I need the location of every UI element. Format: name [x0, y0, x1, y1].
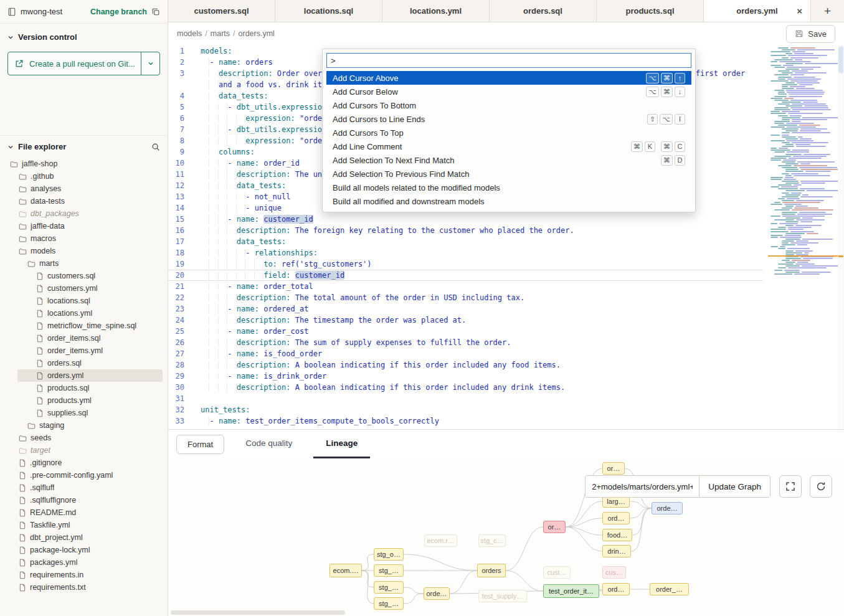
code-line-16[interactable]: 16 description: The foreign key relating…	[168, 225, 763, 236]
lineage-node-cus-[interactable]: cus…	[602, 566, 626, 579]
update-graph-button[interactable]: Update Graph	[699, 476, 770, 497]
tree-item-.sqlfluffignore[interactable]: .sqlfluffignore	[0, 494, 168, 506]
lineage-hscrollbar[interactable]	[171, 610, 345, 615]
tree-item-dbt_packages[interactable]: dbt_packages	[0, 207, 168, 220]
code-line-19[interactable]: 19 to: ref('stg_customers')	[168, 258, 763, 270]
lineage-filter-input[interactable]	[586, 476, 699, 497]
refresh-button[interactable]	[810, 475, 832, 498]
lineage-node-orde-[interactable]: orde…	[652, 502, 683, 514]
tree-item-requirements.txt[interactable]: requirements.txt	[0, 581, 168, 594]
palette-item[interactable]: Build all modified and downstream models	[326, 194, 691, 208]
tree-item-customers.yml[interactable]: customers.yml	[0, 282, 168, 295]
tree-item-.gitignore[interactable]: .gitignore	[0, 457, 168, 469]
code-line-21[interactable]: 21 - name: order_total	[168, 281, 763, 292]
code-line-20[interactable]: 20 field: customer_id	[168, 270, 763, 281]
tree-item-orders.yml[interactable]: orders.yml	[17, 369, 163, 382]
search-icon[interactable]	[151, 143, 160, 151]
command-palette-input[interactable]	[326, 53, 691, 68]
tree-item-.pre-commit-config.yaml[interactable]: .pre-commit-config.yaml	[0, 469, 168, 481]
tree-item-seeds[interactable]: seeds	[0, 432, 168, 444]
lineage-node-or-[interactable]: or…	[602, 462, 625, 475]
tree-item-customers.sql[interactable]: customers.sql	[0, 270, 168, 282]
tree-item-products.yml[interactable]: products.yml	[0, 394, 168, 407]
tree-item-supplies.sql[interactable]: supplies.sql	[0, 407, 168, 419]
tree-item-locations.yml[interactable]: locations.yml	[0, 307, 168, 320]
code-line-28[interactable]: 28 description: A boolean indicating if …	[168, 359, 763, 371]
tab-locations.sql[interactable]: locations.sql	[275, 0, 382, 22]
tree-item-.github[interactable]: .github	[0, 170, 168, 182]
code-line-29[interactable]: 29 - name: is_drink_order	[168, 371, 763, 382]
lineage-node-order-[interactable]: order_…	[650, 583, 689, 595]
format-button[interactable]: Format	[176, 435, 224, 454]
version-control-header[interactable]: Version control	[7, 29, 160, 45]
tree-item-jaffle-shop[interactable]: jaffle-shop	[0, 158, 168, 170]
lineage-node-stg-o-[interactable]: stg_o…	[374, 548, 404, 561]
editor-scrollbar[interactable]	[838, 45, 844, 429]
lineage-node-food-[interactable]: food…	[602, 529, 632, 541]
palette-item[interactable]: Build all models related to the modified…	[326, 181, 691, 194]
lineage-node-stg-[interactable]: stg_…	[374, 564, 404, 577]
lineage-node-test-supply-[interactable]: test_supply…	[478, 590, 527, 602]
save-button[interactable]: Save	[786, 25, 835, 43]
tab-lineage[interactable]: Lineage	[313, 430, 370, 458]
tab-products.sql[interactable]: products.sql	[597, 0, 704, 22]
palette-item[interactable]: Add Cursors to Line Ends⇧⌥I	[326, 112, 691, 126]
tree-item-Taskfile.yml[interactable]: Taskfile.yml	[0, 519, 168, 531]
palette-item[interactable]: Add Cursors To Bottom	[326, 98, 691, 112]
tab-customers.sql[interactable]: customers.sql	[168, 0, 275, 22]
tree-item-packages.yml[interactable]: packages.yml	[0, 556, 168, 569]
tree-item-models[interactable]: models	[0, 245, 168, 257]
tree-item-order_items.yml[interactable]: order_items.yml	[0, 344, 168, 357]
tree-item-dbt_project.yml[interactable]: dbt_project.yml	[0, 531, 168, 544]
tree-item-metricflow_time_spine.sql[interactable]: metricflow_time_spine.sql	[0, 320, 168, 332]
code-line-30[interactable]: 30 description: A boolean indicating if …	[168, 382, 763, 393]
lineage-node-ecom-r-[interactable]: ecom.r…	[424, 534, 457, 547]
code-line-24[interactable]: 24 description: The timestamp the order …	[168, 315, 763, 326]
code-line-22[interactable]: 22 description: The total amount of the …	[168, 292, 763, 303]
lineage-node-or-[interactable]: or…	[543, 521, 566, 533]
lineage-node-stg-[interactable]: stg_…	[374, 581, 404, 594]
tab-code-quality[interactable]: Code quality	[233, 430, 305, 458]
new-tab-button[interactable]: +	[811, 0, 844, 22]
tree-item-jaffle-data[interactable]: jaffle-data	[0, 220, 168, 232]
lineage-node-drin-[interactable]: drin…	[602, 545, 631, 557]
code-line-26[interactable]: 26 description: The sum of supply expens…	[168, 337, 763, 348]
lineage-node-orders[interactable]: orders	[477, 564, 506, 577]
code-line-25[interactable]: 25 - name: order_cost	[168, 326, 763, 337]
tree-item-README.md[interactable]: README.md	[0, 506, 168, 519]
code-line-23[interactable]: 23 - name: ordered_at	[168, 303, 763, 315]
lineage-node-ord-[interactable]: ord…	[602, 583, 630, 595]
close-icon[interactable]: ×	[797, 6, 802, 16]
palette-item[interactable]: Add Selection To Previous Find Match	[326, 167, 691, 181]
lineage-node-test-order-it-[interactable]: test_order_it…	[543, 584, 599, 598]
code-line-32[interactable]: 32unit_tests:	[168, 404, 763, 415]
lineage-canvas[interactable]: Update Graph ecom.…stg_o…stg_…stg_…stg_	[168, 458, 844, 616]
code-line-18[interactable]: 18 - relationships:	[168, 247, 763, 258]
fullscreen-button[interactable]	[779, 475, 802, 498]
copy-icon[interactable]	[151, 7, 160, 16]
lineage-node-stg-c-[interactable]: stg_c…	[478, 534, 506, 547]
code-line-33[interactable]: 33 - name: test_order_items_compute_to_b…	[168, 415, 763, 427]
change-branch-link[interactable]: Change branch	[90, 7, 147, 16]
lineage-node-ecom-[interactable]: ecom.…	[330, 564, 362, 577]
lineage-node-orde-[interactable]: orde…	[424, 587, 450, 600]
minimap[interactable]	[768, 46, 838, 283]
palette-item[interactable]: Add Cursors To Top	[326, 126, 691, 140]
tree-item-requirements.in[interactable]: requirements.in	[0, 569, 168, 581]
tree-item-order_items.sql[interactable]: order_items.sql	[0, 332, 168, 344]
lineage-node-ord-[interactable]: ord…	[602, 512, 630, 524]
tree-item-staging[interactable]: staging	[0, 419, 168, 432]
tree-item-products.sql[interactable]: products.sql	[0, 382, 168, 394]
code-line-31[interactable]: 31	[168, 393, 763, 404]
tree-item-locations.sql[interactable]: locations.sql	[0, 295, 168, 307]
tree-item-macros[interactable]: macros	[0, 232, 168, 245]
tree-item-.sqlfluff[interactable]: .sqlfluff	[0, 481, 168, 494]
tree-item-analyses[interactable]: analyses	[0, 182, 168, 195]
create-pr-button[interactable]: Create a pull request on Git...	[7, 52, 160, 75]
code-line-27[interactable]: 27 - name: is_food_order	[168, 348, 763, 359]
file-explorer-header[interactable]: File explorer	[0, 136, 168, 155]
tree-item-data-tests[interactable]: data-tests	[0, 195, 168, 207]
lineage-node-cust-[interactable]: cust…	[543, 566, 571, 579]
tree-item-orders.sql[interactable]: orders.sql	[0, 357, 168, 369]
code-line-15[interactable]: 15 - name: customer_id	[168, 214, 763, 225]
